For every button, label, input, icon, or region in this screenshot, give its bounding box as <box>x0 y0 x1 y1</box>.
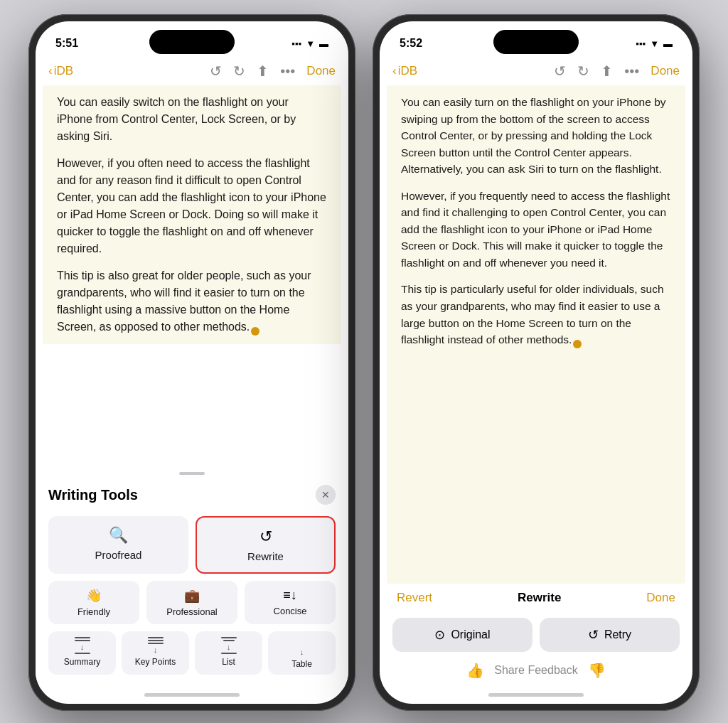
rewrite-label: Rewrite <box>247 550 284 562</box>
original-icon: ⊙ <box>434 627 445 643</box>
note-text-left: You can easily switch on the flashlight … <box>43 85 341 344</box>
summary-button[interactable]: ↓ Summary <box>48 631 116 675</box>
key-points-button[interactable]: ↓ Key Points <box>122 631 189 675</box>
retry-button[interactable]: ↺ Retry <box>540 618 680 652</box>
note-para-1: You can easily switch on the flashlight … <box>57 94 327 145</box>
thumbs-up-icon[interactable]: 👍 <box>466 662 484 679</box>
back-button-right[interactable]: ‹ iDB <box>392 64 417 78</box>
professional-icon: 💼 <box>184 588 200 604</box>
undo-icon-right[interactable]: ↺ <box>554 63 566 80</box>
concise-label: Concise <box>274 606 307 616</box>
signal-icon-right: ▪▪▪ <box>636 38 646 49</box>
retry-icon: ↺ <box>588 627 599 643</box>
retry-label: Retry <box>604 628 631 641</box>
battery-icon-right: ▬ <box>663 38 673 49</box>
key-points-label: Key Points <box>135 657 176 667</box>
table-label: Table <box>291 659 312 669</box>
table-icon: ↓ <box>294 637 311 656</box>
close-icon: ✕ <box>321 489 330 500</box>
done-button-right[interactable]: Done <box>651 64 680 78</box>
chevron-left-icon: ‹ <box>48 64 53 78</box>
writing-tools-sheet: Writing Tools ✕ 🔍 Proofread ↺ Rewrite <box>36 465 348 689</box>
feedback-row: 👍 Share Feedback 👎 <box>380 656 692 689</box>
professional-label: Professional <box>166 606 218 617</box>
cursor-dot-right <box>573 340 582 348</box>
more-icon-left[interactable]: ••• <box>280 63 295 80</box>
rewrite-button[interactable]: ↺ Rewrite <box>196 516 336 574</box>
revert-button[interactable]: Revert <box>397 591 432 605</box>
note-content-right: You can easily turn on the flashlight on… <box>380 85 692 584</box>
wifi-icon-right: ▼ <box>650 38 659 49</box>
signal-icon-left: ▪▪▪ <box>291 38 301 49</box>
list-icon: ↓ <box>220 637 237 654</box>
rewrite-icon: ↺ <box>259 527 272 546</box>
status-icons-right: ▪▪▪ ▼ ▬ <box>636 38 673 49</box>
close-button[interactable]: ✕ <box>316 485 336 505</box>
share-feedback-label[interactable]: Share Feedback <box>494 664 577 677</box>
status-icons-left: ▪▪▪ ▼ ▬ <box>291 38 328 49</box>
nav-actions-right: ↺ ↻ ⬆ ••• Done <box>554 63 680 80</box>
back-label-right: iDB <box>398 64 417 78</box>
nav-actions-left: ↺ ↻ ⬆ ••• Done <box>210 63 336 80</box>
rewrite-title: Rewrite <box>518 591 561 605</box>
proofread-label: Proofread <box>95 549 142 561</box>
home-indicator-left <box>144 693 240 697</box>
thumbs-down-icon[interactable]: 👎 <box>588 662 606 679</box>
sheet-handle <box>179 472 205 475</box>
undo-icon-left[interactable]: ↺ <box>210 63 222 80</box>
time-right: 5:52 <box>400 37 422 50</box>
list-label: List <box>222 657 235 667</box>
mid-tools-grid: 👋 Friendly 💼 Professional ≡↓ Concise <box>48 581 336 624</box>
original-button[interactable]: ⊙ Original <box>392 618 532 652</box>
original-label: Original <box>451 628 490 641</box>
note-para-r3: This tip is particularly useful for olde… <box>401 281 671 348</box>
dynamic-island-right <box>493 30 579 54</box>
back-label-left: iDB <box>54 64 73 78</box>
proofread-icon: 🔍 <box>109 526 128 545</box>
sheet-title: Writing Tools <box>48 487 138 503</box>
chevron-left-icon-right: ‹ <box>392 64 397 78</box>
nav-bar-right: ‹ iDB ↺ ↻ ⬆ ••• Done <box>380 60 692 85</box>
note-para-r2: However, if you frequently need to acces… <box>401 188 671 272</box>
friendly-button[interactable]: 👋 Friendly <box>48 581 139 624</box>
share-icon-left[interactable]: ⬆ <box>257 63 269 80</box>
professional-button[interactable]: 💼 Professional <box>146 581 237 624</box>
home-indicator-right <box>488 693 584 697</box>
list-button[interactable]: ↓ List <box>195 631 262 675</box>
rewrite-bar: Revert Rewrite Done <box>380 584 692 612</box>
friendly-label: Friendly <box>77 606 110 617</box>
dynamic-island <box>149 30 235 54</box>
key-points-icon: ↓ <box>147 637 164 654</box>
top-tools-grid: 🔍 Proofread ↺ Rewrite <box>48 516 336 574</box>
done-button-left[interactable]: Done <box>306 64 336 78</box>
concise-icon: ≡↓ <box>283 588 297 603</box>
done-rewrite-button[interactable]: Done <box>646 591 675 605</box>
redo-icon-right[interactable]: ↻ <box>577 63 589 80</box>
sheet-header: Writing Tools ✕ <box>48 485 336 505</box>
note-text-right: You can easily turn on the flashlight on… <box>387 85 685 584</box>
time-left: 5:51 <box>55 37 78 50</box>
friendly-icon: 👋 <box>86 588 102 604</box>
back-button-left[interactable]: ‹ iDB <box>48 64 73 78</box>
note-para-2: However, if you often need to access the… <box>57 155 327 257</box>
proofread-button[interactable]: 🔍 Proofread <box>48 516 188 574</box>
table-button[interactable]: ↓ Table <box>268 631 336 675</box>
summary-icon: ↓ <box>74 637 91 654</box>
wifi-icon-left: ▼ <box>306 38 315 49</box>
bot-tools-grid: ↓ Summary ↓ Key Points <box>48 631 336 675</box>
cursor-dot-left <box>251 327 259 336</box>
concise-button[interactable]: ≡↓ Concise <box>245 581 336 624</box>
more-icon-right[interactable]: ••• <box>624 63 639 80</box>
nav-bar-left: ‹ iDB ↺ ↻ ⬆ ••• Done <box>36 60 348 85</box>
redo-icon-left[interactable]: ↻ <box>233 63 245 80</box>
left-phone: 5:51 ▪▪▪ ▼ ▬ ‹ iDB ↺ ↻ ⬆ ••• Done <box>28 14 355 711</box>
note-content-left: You can easily switch on the flashlight … <box>36 85 348 465</box>
note-para-r1: You can easily turn on the flashlight on… <box>401 94 671 178</box>
summary-label: Summary <box>64 657 100 667</box>
share-icon-right[interactable]: ⬆ <box>601 63 613 80</box>
note-para-3: This tip is also great for older people,… <box>57 267 327 336</box>
right-phone: 5:52 ▪▪▪ ▼ ▬ ‹ iDB ↺ ↻ ⬆ ••• Done <box>373 14 700 711</box>
action-buttons: ⊙ Original ↺ Retry <box>380 612 692 656</box>
battery-icon-left: ▬ <box>319 38 328 49</box>
